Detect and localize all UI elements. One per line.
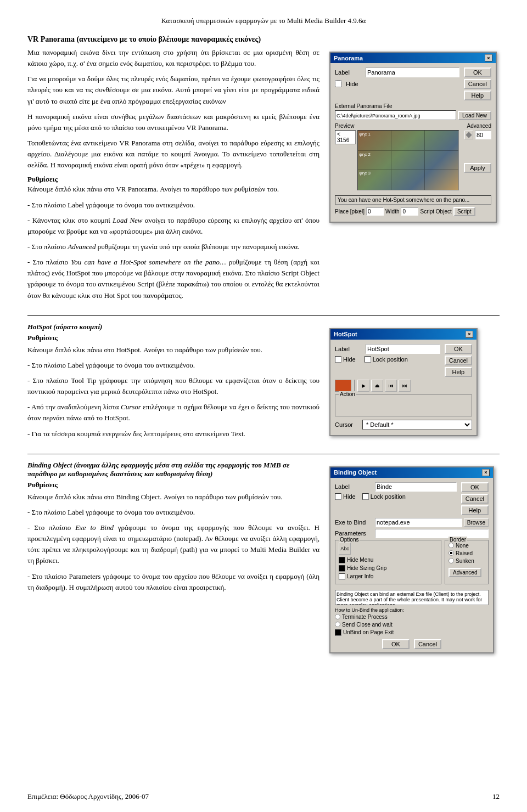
settings-item2-em: Load New	[113, 216, 142, 224]
bo-para1: Κάνουμε διπλό κλικ πάνω στο Binding Obje…	[27, 492, 319, 503]
hotspot-cursor-select[interactable]: * Default *	[362, 420, 472, 430]
binding-exe-label: Exe to Bind	[335, 519, 373, 526]
binding-unbind-cb[interactable]	[335, 629, 341, 636]
settings-item2: - Κάνοντας κλικ στο κουμπί Load New ανοί…	[27, 215, 319, 237]
binding-cancel-btn[interactable]: Cancel	[461, 494, 489, 504]
hotspot-lock-checkbox[interactable]	[365, 356, 371, 363]
binding-close-btn[interactable]: ×	[482, 469, 490, 476]
para3: Η πανοραμική εικόνα είναι συνήθως μεγάλω…	[27, 111, 319, 133]
panorama-titlebar: Panorama ×	[330, 53, 496, 63]
hotspot-hide-checkbox[interactable]	[335, 356, 341, 363]
binding-ok-btn2[interactable]: OK	[382, 639, 410, 649]
hs-item2: - Στο πλαίσιο Tool Tip γράφουμε την υπόμ…	[27, 375, 319, 397]
apply-btn[interactable]: Apply	[464, 163, 491, 173]
panorama-ok-btn[interactable]: OK	[464, 67, 491, 77]
binding-browse-btn[interactable]: Browse	[464, 518, 489, 527]
hotspot-close-btn[interactable]: ×	[466, 331, 473, 338]
binding-params-label: Parameters	[335, 530, 373, 537]
binding-send-close-radio[interactable]	[335, 622, 340, 627]
binding-hide-sizing-label: Hide Sizing Grip	[347, 565, 386, 571]
preview-label: Preview	[335, 123, 459, 129]
hotspot-cancel-btn[interactable]: Cancel	[445, 356, 472, 365]
section2-text: HotSpot (αόρατο κουμπί) Ρυθμίσεις Κάνουμ…	[27, 323, 319, 444]
script-btn[interactable]: Script	[453, 207, 475, 216]
panorama-label-input[interactable]	[366, 67, 459, 77]
hotspot-hide-item: Hide	[335, 356, 356, 363]
binding-larger-info-cb[interactable]	[339, 573, 345, 580]
binding-ok-btn[interactable]: OK	[461, 482, 489, 492]
binding-dialog: Binding Object × Label	[329, 466, 494, 653]
settings-item4: - Στο πλαίσιο You can have a Hot-Spot so…	[27, 257, 319, 301]
binding-how-to-label: How to Un-Bind the application:	[335, 607, 489, 613]
binding-params-input[interactable]	[375, 529, 489, 538]
settings-item3-post: ρυθμίζουμε τη γωνία υπό την οποία βλέπου…	[96, 243, 300, 251]
panorama-help-btn[interactable]: Help	[464, 91, 491, 100]
binding-cancel-btn2[interactable]: Cancel	[414, 639, 441, 649]
hotspot-label-input[interactable]	[366, 344, 440, 354]
binding-title: Binding Object	[334, 469, 377, 476]
binding-icon-row: Abc	[339, 543, 438, 555]
binding-hide-menu-cb[interactable]	[339, 557, 345, 563]
diamond-icon	[464, 131, 473, 139]
hotspot-titlebar-buttons: ×	[466, 331, 473, 338]
place-input[interactable]	[366, 207, 384, 216]
section3-text: Binding Object (άνοιγμα άλλης εφαρμογής …	[27, 461, 319, 653]
advanced-input[interactable]	[475, 131, 491, 139]
hotspot-help-btn[interactable]: Help	[445, 367, 472, 377]
binding-raised-radio[interactable]	[448, 550, 454, 556]
bo-item3: - Στο πλαίσιο Parameters γράφουμε το όνο…	[27, 571, 319, 593]
place-label: Place [pixel]	[335, 208, 365, 215]
binding-label-text: Label	[335, 483, 373, 490]
panorama-load-new-btn[interactable]: Load New	[458, 111, 491, 120]
hotspot-ok-btn[interactable]: OK	[445, 344, 472, 354]
footer-page-number: 12	[492, 792, 500, 801]
section2-settings: Ρυθμίσεις	[27, 334, 319, 342]
hotspot-title: HotSpot	[334, 331, 357, 337]
section1-title: VR Panorama (αντικείμενο με το οποίο βλέ…	[27, 35, 319, 44]
binding-none-radio[interactable]	[448, 543, 454, 548]
hotspot-checkbox-row: Hide Lock position	[335, 356, 440, 363]
binding-help-btn[interactable]: Help	[461, 505, 489, 515]
binding-advanced-btn[interactable]: Advanced	[448, 568, 481, 577]
settings-para1: Κάνουμε διπλό κλικ πάνω στο VR Panorama.…	[27, 184, 319, 195]
settings-item3-pre: - Στο πλαίσιο	[27, 243, 68, 251]
binding-label-input[interactable]	[375, 482, 457, 492]
binding-hide-sizing-cb[interactable]	[339, 565, 345, 572]
binding-border-box: Border None Raised Sunken	[445, 540, 489, 584]
panorama-titlebar-buttons: ×	[485, 54, 492, 61]
bo-item1: - Στο πλαίσιο Label γράφουμε το όνομα το…	[27, 507, 319, 518]
action-btn-3[interactable]: ⏮	[385, 380, 397, 392]
binding-send-close-label: Send Close and wait	[342, 622, 393, 628]
panorama-cancel-btn[interactable]: Cancel	[464, 79, 491, 89]
binding-sunken-row: Sunken	[448, 558, 485, 564]
binding-border-label: Border	[448, 537, 467, 543]
script-obj-label: Script Object	[420, 208, 451, 215]
action-btn-1[interactable]: ▶	[357, 380, 369, 392]
hotspot-dialog-body: Label Hide Lock position	[330, 340, 476, 435]
hotspot-lock-label: Lock position	[373, 356, 408, 363]
para2: Για να μπορούμε να δούμε όλες τις πλευρέ…	[27, 74, 319, 106]
panorama-label-text: Label	[335, 69, 363, 76]
binding-raised-row: Raised	[448, 550, 485, 556]
binding-unbind-row: UnBind on Page Exit	[335, 629, 489, 636]
binding-lock-checkbox[interactable]	[362, 493, 369, 500]
binding-terminate-row: Terminate Process	[335, 614, 489, 620]
panorama-close-btn[interactable]: ×	[485, 54, 492, 61]
binding-exe-input[interactable]	[375, 518, 462, 527]
action-btn-2[interactable]: ⏏	[371, 380, 383, 392]
section3-settings: Ρυθμίσεις	[27, 481, 319, 489]
binding-hide-checkbox[interactable]	[335, 493, 341, 500]
action-btn-4[interactable]: ⏭	[399, 380, 411, 392]
settings-item4-em: You can have a Hot-Spot somewhere on the…	[71, 258, 226, 266]
binding-label-row: Label	[335, 482, 457, 492]
panorama-hide-checkbox[interactable]	[335, 80, 342, 87]
binding-sunken-radio[interactable]	[448, 558, 454, 563]
panorama-preview-area: ψηc 1 ψηc 2 ψηc 3	[357, 130, 459, 190]
binding-unbind-section: How to Un-Bind the application: Terminat…	[335, 607, 489, 636]
hotspot-action-buttons: OK Cancel Help	[445, 344, 472, 377]
width-input[interactable]	[401, 207, 418, 216]
binding-terminate-radio[interactable]	[335, 614, 340, 619]
panorama-dialog-body: Label Hide OK Cancel Help	[330, 63, 496, 222]
para1: Μια πανοραμική εικόνα δίνει την εντύπωση…	[27, 47, 319, 69]
diamond-shape	[466, 132, 472, 138]
